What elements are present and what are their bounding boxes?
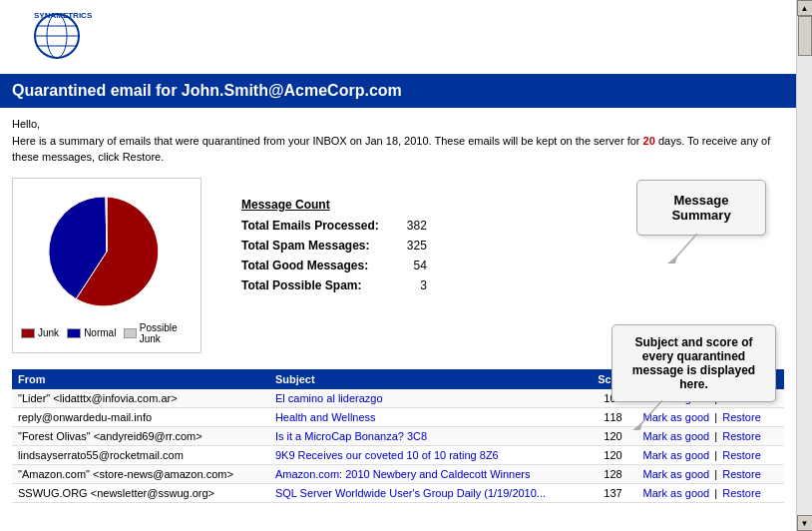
legend-possible-junk: Possible Junk xyxy=(124,322,193,344)
chart-legend: Junk Normal Possible Junk xyxy=(21,322,193,344)
action-separator: | xyxy=(711,411,720,423)
subject-link[interactable]: SQL Server Worldwide User's Group Daily … xyxy=(275,487,546,499)
cell-from: lindsayserrato55@rocketmail.com xyxy=(12,445,269,464)
restore-link[interactable]: Restore xyxy=(722,487,761,499)
stat-count-possible-spam: 3 xyxy=(387,275,435,295)
col-subject: Subject xyxy=(269,369,589,389)
table-row: SSWUG.ORG <newsletter@sswug.org>SQL Serv… xyxy=(12,483,784,502)
cell-from: reply@onwardedu-mail.info xyxy=(12,407,269,426)
stat-row-good: Total Good Messages: 54 xyxy=(241,256,435,275)
stat-row-possible-spam: Total Possible Spam: 3 xyxy=(241,275,435,295)
action-separator: | xyxy=(711,487,720,499)
main-content: SYNAMETRICS Quarantined email for John.S… xyxy=(0,0,796,511)
callout-subject-text: Subject and score of every quarantined m… xyxy=(632,335,755,391)
summary-section: Junk Normal Possible Junk Message Count xyxy=(0,170,796,369)
table-row: lindsayserrato55@rocketmail.com9K9 Recei… xyxy=(12,445,784,464)
pie-chart-container: Junk Normal Possible Junk xyxy=(12,178,211,361)
stat-row-total-emails: Total Emails Processed: 382 xyxy=(241,216,435,236)
page-title: Quarantined email for John.Smith@AcmeCor… xyxy=(12,82,402,99)
cell-action[interactable]: Mark as good | Restore xyxy=(637,445,784,464)
restore-link[interactable]: Restore xyxy=(722,430,761,442)
cell-from: "Forest Olivas" <andyreid69@rr.com> xyxy=(12,426,269,445)
synametrics-logo: SYNAMETRICS xyxy=(12,8,112,63)
cell-score: 128 xyxy=(589,464,636,483)
restore-link[interactable]: Restore xyxy=(722,468,761,480)
logo-container: SYNAMETRICS xyxy=(12,8,112,66)
legend-junk-label: Junk xyxy=(38,327,59,338)
subject-link[interactable]: El camino al liderazgo xyxy=(275,392,383,404)
legend-normal: Normal xyxy=(67,327,116,338)
stat-label-possible-spam: Total Possible Spam: xyxy=(241,275,387,295)
cell-from: "Lider" <lidatttx@infovia.com.ar> xyxy=(12,389,269,408)
cell-subject[interactable]: Is it a MicroCap Bonanza? 3C8 xyxy=(269,426,589,445)
legend-possible-junk-label: Possible Junk xyxy=(140,322,193,344)
stat-label-total-emails: Total Emails Processed: xyxy=(241,216,387,236)
restore-link[interactable]: Restore xyxy=(722,411,761,423)
action-separator: | xyxy=(711,449,720,461)
callout-message-summary-line1: Message xyxy=(674,193,729,208)
stat-count-good: 54 xyxy=(387,256,435,275)
stat-count-spam: 325 xyxy=(387,236,435,256)
cell-score: 118 xyxy=(589,407,636,426)
svg-marker-7 xyxy=(667,256,677,264)
intro-section: Hello, Here is a summary of emails that … xyxy=(0,108,796,170)
scrollbar[interactable]: ▲ ▼ xyxy=(796,0,812,531)
days-highlight: 20 xyxy=(643,135,655,147)
pie-chart-box: Junk Normal Possible Junk xyxy=(12,178,202,353)
message-summary-callout: Message Summary xyxy=(636,180,766,236)
cell-subject[interactable]: SQL Server Worldwide User's Group Daily … xyxy=(269,483,589,502)
restore-link[interactable]: Restore xyxy=(722,449,761,461)
stat-count-total-emails: 382 xyxy=(387,216,435,236)
cell-score: 120 xyxy=(589,445,636,464)
table-row: "Amazon.com" <store-news@amazon.com>Amaz… xyxy=(12,464,784,483)
greeting: Hello, xyxy=(12,116,784,133)
legend-junk-color xyxy=(21,328,35,338)
cell-action[interactable]: Mark as good | Restore xyxy=(637,464,784,483)
mark-as-good-link[interactable]: Mark as good xyxy=(643,468,710,480)
intro-line1: Here is a summary of emails that were qu… xyxy=(12,135,640,147)
legend-possible-junk-color xyxy=(124,328,136,338)
mark-as-good-link[interactable]: Mark as good xyxy=(643,449,710,461)
subject-link[interactable]: Health and Wellness xyxy=(275,411,376,423)
subject-link[interactable]: Amazon.com: 2010 Newbery and Caldecott W… xyxy=(275,468,531,480)
svg-text:SYNAMETRICS: SYNAMETRICS xyxy=(34,11,93,20)
mark-as-good-link[interactable]: Mark as good xyxy=(643,487,710,499)
legend-junk: Junk xyxy=(21,327,59,338)
cell-from: SSWUG.ORG <newsletter@sswug.org> xyxy=(12,483,269,502)
subject-link[interactable]: Is it a MicroCap Bonanza? 3C8 xyxy=(275,430,427,442)
subject-callout: Subject and score of every quarantined m… xyxy=(611,324,776,402)
cell-subject[interactable]: El camino al liderazgo xyxy=(269,389,589,408)
stat-row-spam: Total Spam Messages: 325 xyxy=(241,236,435,256)
cell-score: 137 xyxy=(589,483,636,502)
cell-action[interactable]: Mark as good | Restore xyxy=(637,483,784,502)
action-separator: | xyxy=(711,430,720,442)
scrollbar-thumb[interactable] xyxy=(798,16,812,56)
legend-normal-label: Normal xyxy=(84,327,116,338)
scrollbar-up-button[interactable]: ▲ xyxy=(797,0,813,16)
callout-arrow-1 xyxy=(667,234,707,264)
cell-subject[interactable]: Health and Wellness xyxy=(269,407,589,426)
cell-from: "Amazon.com" <store-news@amazon.com> xyxy=(12,464,269,483)
stat-label-spam: Total Spam Messages: xyxy=(241,236,387,256)
mark-as-good-link[interactable]: Mark as good xyxy=(643,430,710,442)
callout-message-summary-line2: Summary xyxy=(671,208,730,223)
col-from: From xyxy=(12,369,269,389)
scrollbar-track[interactable] xyxy=(797,16,812,515)
cell-score: 120 xyxy=(589,426,636,445)
cell-subject[interactable]: Amazon.com: 2010 Newbery and Caldecott W… xyxy=(269,464,589,483)
stats-table: Total Emails Processed: 382 Total Spam M… xyxy=(241,216,435,295)
svg-marker-9 xyxy=(632,422,642,430)
subject-link[interactable]: 9K9 Receives our coveted 10 of 10 rating… xyxy=(275,449,499,461)
page-header: Quarantined email for John.Smith@AcmeCor… xyxy=(0,74,796,108)
cell-subject[interactable]: 9K9 Receives our coveted 10 of 10 rating… xyxy=(269,445,589,464)
pie-chart xyxy=(32,187,182,316)
intro-body: Here is a summary of emails that were qu… xyxy=(12,133,784,166)
logo-area: SYNAMETRICS xyxy=(0,0,796,74)
action-separator: | xyxy=(711,468,720,480)
scrollbar-down-button[interactable]: ▼ xyxy=(797,515,813,531)
stat-label-good: Total Good Messages: xyxy=(241,256,387,275)
legend-normal-color xyxy=(67,328,81,338)
callout-arrow-2 xyxy=(632,400,682,430)
